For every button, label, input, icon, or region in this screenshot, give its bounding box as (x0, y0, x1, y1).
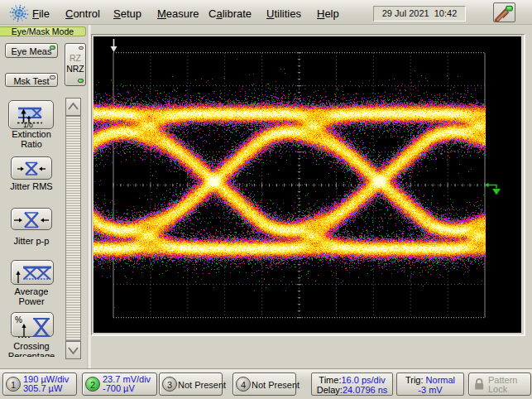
svg-text:1/o: 1/o (23, 121, 33, 129)
svg-text:%: % (15, 315, 22, 324)
